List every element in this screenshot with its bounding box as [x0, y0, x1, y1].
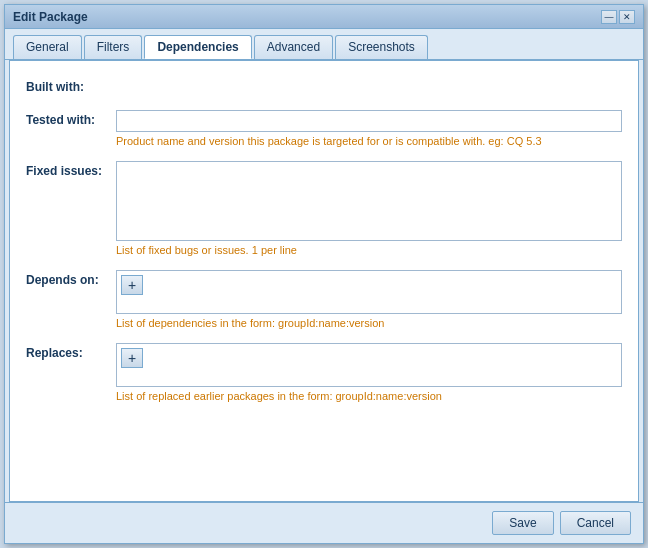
tested-with-field-area: Product name and version this package is… [116, 110, 622, 157]
replaces-label: Replaces: [26, 343, 116, 360]
replaces-field-area: + List of replaced earlier packages in t… [116, 343, 622, 412]
replaces-add-button[interactable]: + [121, 348, 143, 368]
tested-with-label: Tested with: [26, 110, 116, 127]
title-bar: Edit Package — ✕ [5, 5, 643, 29]
fixed-issues-hint: List of fixed bugs or issues. 1 per line [116, 244, 622, 256]
replaces-hint: List of replaced earlier packages in the… [116, 390, 622, 402]
fixed-issues-row: Fixed issues: List of fixed bugs or issu… [26, 161, 622, 266]
tab-content: Built with: Tested with: Product name an… [9, 60, 639, 502]
depends-on-tag-input: + [116, 270, 622, 314]
depends-on-add-button[interactable]: + [121, 275, 143, 295]
tested-with-row: Tested with: Product name and version th… [26, 110, 622, 157]
tested-with-hint: Product name and version this package is… [116, 135, 622, 147]
depends-on-row: Depends on: + List of dependencies in th… [26, 270, 622, 339]
built-with-label: Built with: [26, 77, 116, 94]
depends-on-hint: List of dependencies in the form: groupI… [116, 317, 622, 329]
dialog-title: Edit Package [13, 10, 88, 24]
cancel-button[interactable]: Cancel [560, 511, 631, 535]
replaces-row: Replaces: + List of replaced earlier pac… [26, 343, 622, 412]
tab-general[interactable]: General [13, 35, 82, 59]
tab-filters[interactable]: Filters [84, 35, 143, 59]
close-button[interactable]: ✕ [619, 10, 635, 24]
tab-advanced[interactable]: Advanced [254, 35, 333, 59]
save-button[interactable]: Save [492, 511, 553, 535]
fixed-issues-textarea[interactable] [116, 161, 622, 241]
replaces-tag-input: + [116, 343, 622, 387]
tested-with-input[interactable] [116, 110, 622, 132]
tabs-bar: General Filters Dependencies Advanced Sc… [5, 29, 643, 60]
title-bar-buttons: — ✕ [601, 10, 635, 24]
depends-on-field-area: + List of dependencies in the form: grou… [116, 270, 622, 339]
edit-package-dialog: Edit Package — ✕ General Filters Depende… [4, 4, 644, 544]
depends-on-label: Depends on: [26, 270, 116, 287]
dialog-footer: Save Cancel [5, 502, 643, 543]
built-with-row: Built with: [26, 77, 622, 106]
fixed-issues-field-area: List of fixed bugs or issues. 1 per line [116, 161, 622, 266]
tab-dependencies[interactable]: Dependencies [144, 35, 251, 59]
fixed-issues-label: Fixed issues: [26, 161, 116, 178]
minimize-button[interactable]: — [601, 10, 617, 24]
tab-screenshots[interactable]: Screenshots [335, 35, 428, 59]
